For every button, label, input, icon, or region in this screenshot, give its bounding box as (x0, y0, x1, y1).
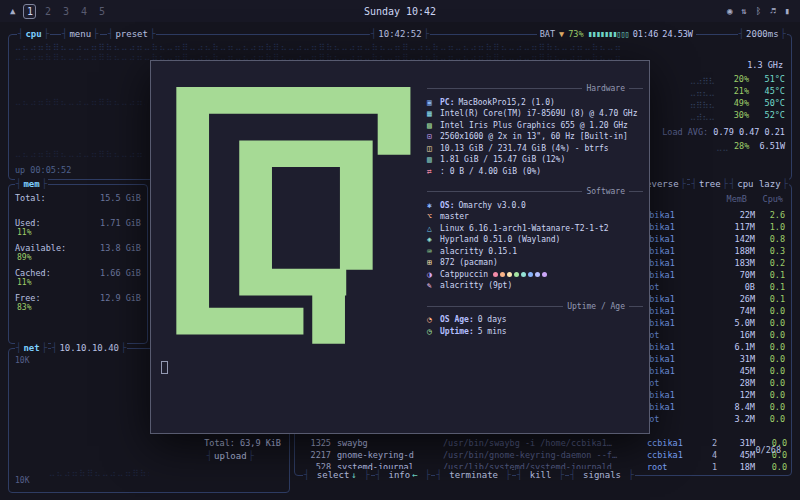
software-item-icon: ⊞ (427, 257, 440, 269)
process-mem: 28M (717, 377, 755, 389)
mem-stat-value: 12.9 GiB (100, 293, 141, 303)
system-info-panel: Hardware ▣ PC: MacBookPro15,2 (1.0) ▦ In… (427, 83, 643, 337)
column-header-cpu[interactable]: Cpu% (763, 194, 783, 204)
process-user: ccbika1 (639, 245, 717, 257)
color-dot (542, 272, 547, 277)
process-footer-button[interactable]: signals (569, 469, 635, 482)
color-dot (500, 272, 505, 277)
info-value: : 0 B / 4.00 GiB (0%) (440, 166, 541, 178)
workspace-item[interactable]: 5 (95, 4, 108, 19)
process-user: root (639, 329, 717, 341)
process-program: swaybg (337, 437, 437, 449)
info-label: OS: (440, 200, 454, 212)
network-icon[interactable]: ⇅ (741, 6, 746, 16)
sort-selector[interactable]: cpu lazy (729, 178, 789, 191)
process-row[interactable]: ccbika1 70M 0.1 (639, 269, 785, 281)
process-row[interactable]: ccbika1 188M 0.3 (639, 245, 785, 257)
net-scale-top: 10K (15, 356, 29, 365)
process-user: ccbika1 (639, 293, 717, 305)
process-row[interactable]: 1325 swaybg /usr/bin/swaybg -i /home/ccb… (299, 437, 787, 449)
mem-box-title[interactable]: mem (15, 178, 48, 191)
process-row[interactable]: root 16M 0.0 (639, 329, 785, 341)
process-row[interactable]: ccbika1 183M 0.2 (639, 257, 785, 269)
process-footer-button[interactable]: kill (516, 469, 565, 482)
tree-button[interactable]: tree (690, 178, 729, 191)
process-mem: 45M (723, 449, 755, 461)
process-row[interactable]: ccbika1 12M 0.0 (639, 389, 785, 401)
info-row: ⌥ master (427, 211, 643, 223)
info-value: alacritty 0.15.1 (440, 246, 517, 258)
process-footer-button[interactable]: info← (375, 469, 432, 482)
process-user: root (647, 461, 699, 473)
clock-chip: 10:42:52 (370, 28, 430, 41)
mem-stat-value: 1.66 GiB (100, 268, 141, 278)
workspace-item[interactable]: 4 (77, 4, 90, 19)
info-label: OS Age: (440, 314, 474, 326)
process-row[interactable]: root 28M 0.0 (639, 377, 785, 389)
process-cpu: 0.0 (755, 413, 785, 425)
software-rows: ✱ OS: Omarchy v3.0.0 ⌥ master △ Linux 6.… (427, 200, 643, 269)
net-box-title[interactable]: net (15, 342, 48, 355)
color-dot (521, 272, 526, 277)
process-row[interactable]: ccbika1 74M 0.0 (639, 305, 785, 317)
column-header-mem[interactable]: MemB (727, 194, 747, 204)
process-row[interactable]: 2217 gnome-keyring-d /usr/bin/gnome-keyr… (299, 449, 787, 461)
screencast-icon[interactable]: ◉ (727, 6, 732, 16)
cpu-box-title[interactable]: cpu (17, 28, 50, 41)
mem-stats: Total: 15.5 GiB Used: 1.71 GiB 11% Avail… (15, 193, 141, 339)
process-row[interactable]: ccbika1 45M 0.0 (639, 365, 785, 377)
process-row[interactable]: ccbika1 22M 2.6 (639, 209, 785, 221)
process-footer-button[interactable]: select↓ (303, 469, 371, 482)
process-row[interactable]: root 0B 0.1 (639, 281, 785, 293)
color-dot (535, 272, 540, 277)
volume-icon[interactable]: ♬ (770, 6, 775, 16)
process-footer-button[interactable]: terminate (435, 469, 511, 482)
menu-button[interactable]: menu (61, 28, 100, 41)
net-graph: ⣀⣄⣠⣤⣦⣶⣄⣀⣠⣀⣤⣶⣦⣄⣀⣠⣤⣀⣦⣄⣀⣤⣶⣀⣠⣄⣦⣀⣤⣀⣄⣠⣤⣦⣶⣄⣀⣠⣀⣤… (49, 466, 149, 476)
process-row[interactable]: root 3.2M 0.0 (639, 413, 785, 425)
process-mem: 117M (717, 221, 755, 233)
workspace-item[interactable]: 3 (59, 4, 72, 19)
net-total-label: Total: (204, 438, 235, 448)
hardware-item-icon: ▨ (427, 120, 440, 132)
process-row[interactable]: ccbika1 26M 0.1 (639, 293, 785, 305)
upload-tab[interactable]: upload (206, 450, 255, 463)
workspace-item[interactable]: 1 (23, 4, 36, 19)
info-row: ⇄ : 0 B / 4.00 GiB (0%) (427, 166, 643, 178)
process-user: root (639, 377, 717, 389)
process-cpu: 0.1 (755, 269, 785, 281)
process-mem: 26M (717, 293, 755, 305)
process-mem: 8.4M (717, 401, 755, 413)
refresh-rate-chip[interactable]: 2000ms (738, 28, 787, 41)
info-value: 10.13 GiB / 231.74 GiB (4%) - btrfs (440, 143, 609, 155)
process-cpu: 0.0 (761, 461, 787, 473)
battery-icon[interactable]: ▮ (785, 6, 790, 16)
process-row[interactable]: ccbika1 31M 0.0 (639, 353, 785, 365)
net-address-chip[interactable]: 10.10.10.40 (51, 342, 127, 355)
process-row[interactable]: ccbika1 142M 0.8 (639, 233, 785, 245)
hardware-item-icon: ◫ (427, 143, 440, 155)
process-user: ccbika1 (639, 389, 717, 401)
mem-stat-value: 15.5 GiB (100, 193, 141, 203)
info-row: ⊞ 872 (pacman) (427, 257, 643, 269)
process-row[interactable]: ccbika1 117M 1.0 (639, 221, 785, 233)
process-row[interactable]: ccbika1 8.4M 0.0 (639, 401, 785, 413)
mem-stat-percent: 83% (15, 303, 141, 313)
process-user: ccbika1 (639, 257, 717, 269)
process-list-bottom: 1325 swaybg /usr/bin/swaybg -i /home/ccb… (299, 437, 787, 473)
bluetooth-icon[interactable]: ᛒ (756, 6, 761, 16)
preset-button[interactable]: preset (107, 28, 156, 41)
cpu-core-list: ⣀⣠⣶⣆ 20% 51°C ⣀⣤⣄⣀ 21% 45°C ⣤⣶⣦⣄ 49% 50°… (635, 73, 785, 121)
mem-stat-label: Free: (15, 293, 41, 303)
workspace-item[interactable]: 2 (41, 4, 54, 19)
process-row[interactable]: ccbika1 6.1M 0.0 (639, 341, 785, 353)
info-row: ▥ 1.81 GiB / 15.47 GiB (12%) (427, 154, 643, 166)
process-user: ccbika1 (639, 317, 717, 329)
clock[interactable]: Sunday 10:42 (364, 6, 436, 17)
process-threads: 4 (705, 449, 717, 461)
process-user: root (639, 413, 717, 425)
info-row: ⊡ 2560x1600 @ 2x in 13", 60 Hz [Built-in… (427, 131, 643, 143)
process-mem: 18M (723, 461, 755, 473)
cpu-graph: ⣀⣄⣠⣤⣦⣶⣄⣀⣠⣀⣤⣶⣦⣄⣀⣠⣤⣀⣦⣄⣀⣤⣶⣀⣠⣄⣦⣀⣤⣀⣄⣠⣤⣦⣶⣄⣀⣠⣀⣤… (15, 147, 145, 157)
process-row[interactable]: ccbika1 5.0M 0.0 (639, 317, 785, 329)
